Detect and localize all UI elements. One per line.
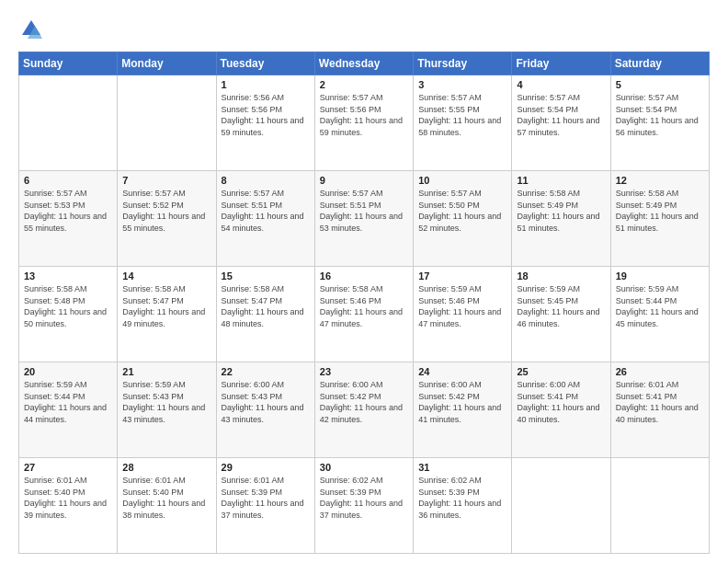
day-number: 18	[517, 270, 605, 282]
day-number: 6	[24, 175, 112, 186]
day-info: Sunrise: 6:02 AMSunset: 5:39 PMDaylight:…	[418, 476, 501, 520]
day-info: Sunrise: 6:00 AMSunset: 5:41 PMDaylight:…	[517, 380, 599, 424]
calendar-cell: 16Sunrise: 5:58 AMSunset: 5:46 PMDayligh…	[314, 267, 413, 362]
day-info: Sunrise: 5:59 AMSunset: 5:43 PMDaylight:…	[122, 380, 205, 424]
day-info: Sunrise: 5:59 AMSunset: 5:44 PMDaylight:…	[24, 380, 107, 424]
calendar-week-row: 1Sunrise: 5:56 AMSunset: 5:56 PMDaylight…	[19, 75, 710, 171]
day-info: Sunrise: 5:57 AMSunset: 5:51 PMDaylight:…	[222, 189, 304, 233]
calendar-cell: 13Sunrise: 5:58 AMSunset: 5:48 PMDayligh…	[19, 267, 118, 362]
calendar-cell: 14Sunrise: 5:58 AMSunset: 5:47 PMDayligh…	[118, 267, 216, 362]
day-number: 3	[418, 79, 506, 90]
day-info: Sunrise: 5:58 AMSunset: 5:47 PMDaylight:…	[122, 284, 205, 328]
day-number: 15	[222, 270, 310, 282]
calendar-cell: 1Sunrise: 5:56 AMSunset: 5:56 PMDaylight…	[216, 75, 314, 171]
day-info: Sunrise: 5:59 AMSunset: 5:44 PMDaylight:…	[616, 284, 699, 328]
calendar-cell: 20Sunrise: 5:59 AMSunset: 5:44 PMDayligh…	[19, 362, 118, 458]
day-number: 24	[418, 366, 506, 377]
day-number: 4	[517, 79, 605, 90]
day-number: 2	[320, 79, 408, 90]
calendar-cell: 25Sunrise: 6:00 AMSunset: 5:41 PMDayligh…	[512, 362, 610, 458]
calendar-cell	[19, 75, 118, 171]
day-info: Sunrise: 5:59 AMSunset: 5:45 PMDaylight:…	[517, 284, 599, 328]
day-number: 28	[122, 462, 210, 473]
calendar-week-row: 13Sunrise: 5:58 AMSunset: 5:48 PMDayligh…	[19, 267, 710, 362]
day-info: Sunrise: 5:58 AMSunset: 5:46 PMDaylight:…	[320, 284, 403, 328]
calendar-cell: 3Sunrise: 5:57 AMSunset: 5:55 PMDaylight…	[414, 75, 512, 171]
day-info: Sunrise: 5:58 AMSunset: 5:47 PMDaylight:…	[222, 284, 304, 328]
calendar-cell: 26Sunrise: 6:01 AMSunset: 5:41 PMDayligh…	[610, 362, 709, 458]
calendar-cell	[610, 458, 709, 554]
calendar-day-header: Tuesday	[216, 52, 314, 75]
day-number: 31	[418, 462, 506, 473]
calendar-cell: 28Sunrise: 6:01 AMSunset: 5:40 PMDayligh…	[118, 458, 216, 554]
day-number: 7	[122, 175, 210, 186]
calendar-cell	[512, 458, 610, 554]
calendar-cell: 19Sunrise: 5:59 AMSunset: 5:44 PMDayligh…	[610, 267, 709, 362]
day-info: Sunrise: 6:01 AMSunset: 5:39 PMDaylight:…	[222, 476, 304, 520]
calendar-cell: 7Sunrise: 5:57 AMSunset: 5:52 PMDaylight…	[118, 171, 216, 267]
calendar-day-header: Monday	[118, 52, 216, 75]
day-number: 1	[222, 79, 310, 90]
calendar-cell: 30Sunrise: 6:02 AMSunset: 5:39 PMDayligh…	[314, 458, 413, 554]
day-number: 16	[320, 270, 408, 282]
logo-icon	[18, 17, 44, 42]
calendar-cell: 17Sunrise: 5:59 AMSunset: 5:46 PMDayligh…	[414, 267, 512, 362]
day-info: Sunrise: 5:57 AMSunset: 5:54 PMDaylight:…	[517, 93, 599, 137]
day-info: Sunrise: 5:57 AMSunset: 5:54 PMDaylight:…	[616, 93, 699, 137]
calendar-table: SundayMondayTuesdayWednesdayThursdayFrid…	[18, 52, 710, 554]
calendar-cell: 27Sunrise: 6:01 AMSunset: 5:40 PMDayligh…	[19, 458, 118, 554]
day-info: Sunrise: 5:59 AMSunset: 5:46 PMDaylight:…	[418, 284, 501, 328]
calendar-day-header: Sunday	[19, 52, 118, 75]
header	[18, 17, 710, 42]
day-number: 26	[616, 366, 704, 377]
day-number: 30	[320, 462, 408, 473]
calendar-cell: 15Sunrise: 5:58 AMSunset: 5:47 PMDayligh…	[216, 267, 314, 362]
day-info: Sunrise: 6:01 AMSunset: 5:40 PMDaylight:…	[122, 476, 205, 520]
day-info: Sunrise: 5:58 AMSunset: 5:49 PMDaylight:…	[616, 189, 699, 233]
day-number: 10	[418, 175, 506, 186]
day-number: 23	[320, 366, 408, 377]
calendar-cell: 23Sunrise: 6:00 AMSunset: 5:42 PMDayligh…	[314, 362, 413, 458]
day-number: 29	[222, 462, 310, 473]
page: SundayMondayTuesdayWednesdayThursdayFrid…	[0, 0, 728, 563]
day-number: 9	[320, 175, 408, 186]
day-number: 13	[24, 270, 112, 282]
calendar-cell: 29Sunrise: 6:01 AMSunset: 5:39 PMDayligh…	[216, 458, 314, 554]
day-info: Sunrise: 6:01 AMSunset: 5:40 PMDaylight:…	[24, 476, 107, 520]
day-info: Sunrise: 6:00 AMSunset: 5:42 PMDaylight:…	[320, 380, 403, 424]
calendar-cell: 5Sunrise: 5:57 AMSunset: 5:54 PMDaylight…	[610, 75, 709, 171]
day-info: Sunrise: 5:57 AMSunset: 5:50 PMDaylight:…	[418, 189, 501, 233]
calendar-cell: 9Sunrise: 5:57 AMSunset: 5:51 PMDaylight…	[314, 171, 413, 267]
day-info: Sunrise: 6:00 AMSunset: 5:42 PMDaylight:…	[418, 380, 501, 424]
day-number: 14	[122, 270, 210, 282]
calendar-cell: 8Sunrise: 5:57 AMSunset: 5:51 PMDaylight…	[216, 171, 314, 267]
day-number: 8	[222, 175, 310, 186]
day-info: Sunrise: 6:02 AMSunset: 5:39 PMDaylight:…	[320, 476, 403, 520]
day-info: Sunrise: 5:58 AMSunset: 5:49 PMDaylight:…	[517, 189, 599, 233]
calendar-day-header: Thursday	[414, 52, 512, 75]
day-number: 12	[616, 175, 704, 186]
calendar-cell: 4Sunrise: 5:57 AMSunset: 5:54 PMDaylight…	[512, 75, 610, 171]
day-info: Sunrise: 5:58 AMSunset: 5:48 PMDaylight:…	[24, 284, 107, 328]
calendar-day-header: Friday	[512, 52, 610, 75]
calendar-cell: 21Sunrise: 5:59 AMSunset: 5:43 PMDayligh…	[118, 362, 216, 458]
day-number: 5	[616, 79, 704, 90]
day-info: Sunrise: 5:56 AMSunset: 5:56 PMDaylight:…	[222, 93, 304, 137]
calendar-cell: 22Sunrise: 6:00 AMSunset: 5:43 PMDayligh…	[216, 362, 314, 458]
day-info: Sunrise: 5:57 AMSunset: 5:52 PMDaylight:…	[122, 189, 205, 233]
day-info: Sunrise: 6:01 AMSunset: 5:41 PMDaylight:…	[616, 380, 699, 424]
day-info: Sunrise: 5:57 AMSunset: 5:55 PMDaylight:…	[418, 93, 501, 137]
calendar-day-header: Wednesday	[314, 52, 413, 75]
calendar-cell: 10Sunrise: 5:57 AMSunset: 5:50 PMDayligh…	[414, 171, 512, 267]
calendar-cell: 12Sunrise: 5:58 AMSunset: 5:49 PMDayligh…	[610, 171, 709, 267]
day-number: 19	[616, 270, 704, 282]
day-number: 25	[517, 366, 605, 377]
day-info: Sunrise: 5:57 AMSunset: 5:53 PMDaylight:…	[24, 189, 107, 233]
day-info: Sunrise: 5:57 AMSunset: 5:56 PMDaylight:…	[320, 93, 403, 137]
calendar-header-row: SundayMondayTuesdayWednesdayThursdayFrid…	[19, 52, 710, 75]
calendar-day-header: Saturday	[610, 52, 709, 75]
day-number: 20	[24, 366, 112, 377]
calendar-cell: 6Sunrise: 5:57 AMSunset: 5:53 PMDaylight…	[19, 171, 118, 267]
calendar-cell: 31Sunrise: 6:02 AMSunset: 5:39 PMDayligh…	[414, 458, 512, 554]
day-number: 27	[24, 462, 112, 473]
